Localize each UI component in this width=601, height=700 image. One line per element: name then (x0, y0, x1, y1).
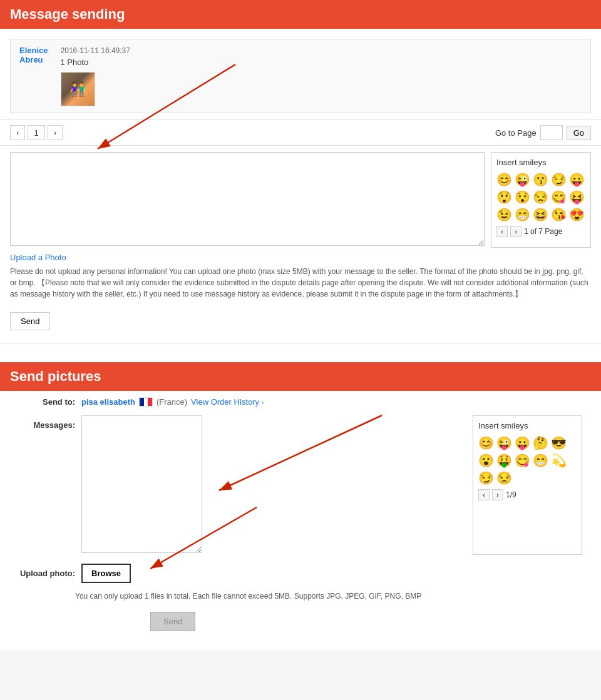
smiley-14[interactable]: 😘 (551, 207, 567, 222)
smiley-12[interactable]: 😁 (515, 207, 530, 222)
sp-smiley-1[interactable]: 😊 (478, 435, 494, 450)
thread-photo (61, 72, 95, 106)
upload-notice-1: Please do not upload any personal inform… (10, 266, 591, 300)
sp-smiley-4[interactable]: 🤔 (533, 435, 548, 450)
sp-smiley-7[interactable]: 🤑 (496, 453, 512, 468)
smiley-page-info-2: 1/9 (506, 490, 516, 499)
send-btn-1[interactable]: Send (10, 312, 50, 330)
upload-section-1: Upload a Photo Please do not upload any … (0, 248, 601, 305)
smiley-nav-2: ‹ › 1/9 (478, 489, 577, 500)
send-pictures-title: Send pictures (0, 362, 601, 391)
prev-page-btn[interactable]: ‹ (10, 125, 25, 140)
sp-smiley-11[interactable]: 😏 (478, 470, 494, 485)
sp-smiley-5[interactable]: 😎 (551, 435, 567, 450)
browse-btn[interactable]: Browse (81, 564, 131, 583)
message-thread: EleniceAbreu 2016-11-11 16:49:37 1 Photo (10, 39, 591, 113)
message-sending-title: Message sending (0, 0, 601, 29)
messages-label: Messages: (19, 420, 75, 430)
sp-smiley-12[interactable]: 😒 (496, 470, 512, 485)
view-order-history-link[interactable]: View Order History › (191, 397, 264, 407)
upload-photo-label: Upload photo: (19, 569, 75, 578)
messages-textarea[interactable] (81, 415, 202, 553)
smiley-6[interactable]: 😲 (496, 190, 512, 205)
smiley-5[interactable]: 😛 (569, 172, 585, 187)
message-textarea[interactable] (10, 152, 485, 246)
thread-timestamp: 2016-11-11 16:49:37 (61, 46, 130, 55)
sp-smiley-6[interactable]: 😮 (478, 453, 494, 468)
smiley-15[interactable]: 😍 (569, 207, 585, 222)
goto-input[interactable] (540, 125, 563, 140)
country-name: (France) (157, 397, 187, 407)
sp-smiley-9[interactable]: 😁 (533, 453, 548, 468)
next-page-btn[interactable]: › (48, 125, 63, 140)
smiley-nav-1: ‹ › 1 of 7 Page (496, 226, 585, 237)
chevron-right-icon: › (262, 398, 264, 406)
smiley-next-btn-1[interactable]: › (510, 226, 521, 237)
goto-page: Go to Page Go (495, 125, 591, 140)
smiley-grid-1: 😊 😜 😗 😏 😛 😲 😯 😒 😋 😝 😉 😁 😆 😘 😍 (496, 172, 585, 222)
smiley-1[interactable]: 😊 (496, 172, 512, 187)
messages-compose: Insert smileys 😊 😜 😛 🤔 😎 😮 🤑 😋 😁 💫 😏 (81, 415, 582, 555)
smiley-13[interactable]: 😆 (533, 207, 548, 222)
smiley-3[interactable]: 😗 (533, 172, 548, 187)
smiley-prev-btn-1[interactable]: ‹ (496, 226, 508, 237)
smiley-prev-btn-2[interactable]: ‹ (478, 489, 490, 500)
smiley-2[interactable]: 😜 (515, 172, 530, 187)
sp-smiley-3[interactable]: 😛 (515, 435, 530, 450)
upload-photo-link-1[interactable]: Upload a Photo (10, 253, 66, 262)
arrow-annotation-2 (207, 409, 382, 503)
smiley-grid-2: 😊 😜 😛 🤔 😎 😮 🤑 😋 😁 💫 😏 😒 (478, 435, 577, 485)
send-btn-2: Send (150, 612, 195, 631)
upload-photo-row: Upload photo: Browse (0, 557, 601, 589)
thread-sender: EleniceAbreu (19, 46, 48, 64)
smileys-panel-1: Insert smileys 😊 😜 😗 😏 😛 😲 😯 😒 😋 😝 😉 😁 😆 (491, 152, 591, 248)
smileys-panel-2: Insert smileys 😊 😜 😛 🤔 😎 😮 🤑 😋 😁 💫 😏 (473, 415, 582, 555)
svg-line-3 (219, 415, 382, 490)
smileys-title-1: Insert smileys (496, 158, 585, 167)
smiley-4[interactable]: 😏 (551, 172, 567, 187)
message-textarea-wrap (10, 152, 485, 248)
smiley-10[interactable]: 😝 (569, 190, 585, 205)
smiley-page-info-1: 1 of 7 Page (524, 227, 562, 236)
pagination-controls: ‹ 1 › (10, 125, 63, 140)
smiley-7[interactable]: 😯 (515, 190, 530, 205)
thread-content: 1 Photo (61, 58, 130, 67)
send-to-row: Send to: pisa elisabeth (France) View Or… (0, 391, 601, 413)
message-sending-section: Message sending EleniceAbreu 2016-11-11 … (0, 0, 601, 343)
recipient-name: pisa elisabeth (81, 397, 135, 407)
sp-smiley-10[interactable]: 💫 (551, 453, 567, 468)
smiley-11[interactable]: 😉 (496, 207, 512, 222)
sp-smiley-2[interactable]: 😜 (496, 435, 512, 450)
send-to-value: pisa elisabeth (France) View Order Histo… (81, 397, 264, 407)
messages-row: Messages: Insert smileys (0, 413, 601, 557)
sp-smiley-8[interactable]: 😋 (515, 453, 530, 468)
current-page: 1 (28, 125, 45, 140)
smiley-9[interactable]: 😋 (551, 190, 567, 205)
send-pictures-section: Send pictures Send to: pisa elisabeth (F… (0, 362, 601, 650)
goto-label: Go to Page (495, 128, 537, 138)
compose-area: Insert smileys 😊 😜 😗 😏 😛 😲 😯 😒 😋 😝 😉 😁 😆 (0, 152, 601, 248)
send-btn-2-wrapper: Send (0, 601, 601, 631)
pagination-bar: ‹ 1 › Go to Page Go (0, 119, 601, 146)
go-btn[interactable]: Go (567, 126, 591, 140)
upload-note-wrapper: You can only upload 1 files in total. Ea… (0, 592, 601, 601)
france-flag-icon (139, 397, 153, 407)
send-to-label: Send to: (19, 397, 75, 407)
upload-note: You can only upload 1 files in total. Ea… (75, 592, 582, 601)
smiley-8[interactable]: 😒 (533, 190, 548, 205)
smiley-next-btn-2[interactable]: › (492, 489, 503, 500)
smileys-title-2: Insert smileys (478, 421, 577, 430)
